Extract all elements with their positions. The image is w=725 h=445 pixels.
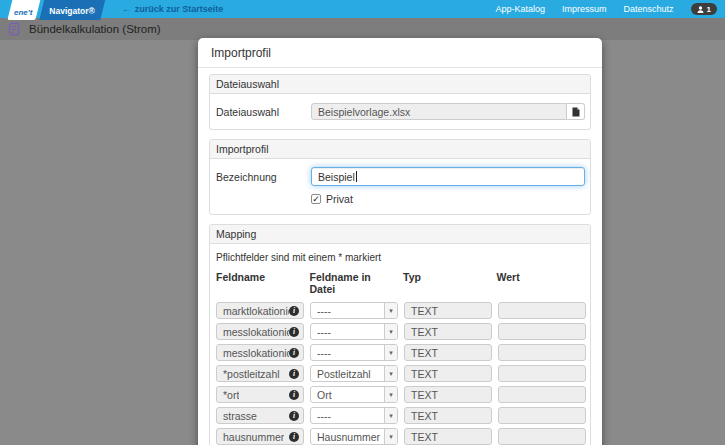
enet-logo: ene't [7,0,41,20]
mapping-value-input [498,323,586,340]
mapping-field-name: *postleitzahl [223,368,280,380]
mapping-type-input: TEXT [404,344,492,361]
mapping-field-name: messlokationid [223,326,289,338]
mapping-field-name-input: messlokationid2 i [216,344,304,361]
mapping-field-name: hausnummer [223,431,284,443]
nav-link-app-katalog[interactable]: App-Katalog [495,4,545,14]
mapping-value-input [498,302,586,319]
mapping-file-field-select[interactable]: ---- ▾ [310,302,398,319]
mapping-field-name-input: *ort i [216,386,304,403]
file-icon [572,107,580,117]
mapping-field-name: marktlokationid [223,305,289,317]
mapping-file-field-value: ---- [311,326,384,338]
chevron-down-icon: ▾ [384,408,397,423]
column-header-feldname-in-datei: Feldname in Datei [310,271,398,295]
file-select-label: Dateiauswahl [215,106,311,118]
column-header-wert: Wert [497,271,585,295]
user-count: 1 [707,5,711,14]
file-select-panel: Dateiauswahl Dateiauswahl Beispielvorlag… [209,74,591,130]
navigator-brand-text: Navigator® [50,7,95,16]
file-browse-button[interactable] [567,103,585,120]
info-icon[interactable]: i [289,348,299,358]
mapping-field-name-input: marktlokationid i [216,302,304,319]
back-link-label: zurück zur Startseite [135,4,224,14]
file-select-panel-body: Dateiauswahl Beispielvorlage.xlsx [210,94,590,129]
info-icon[interactable]: i [289,390,299,400]
info-icon[interactable]: i [289,432,299,442]
mapping-column-headers: Feldname Feldname in Datei Typ Wert [215,271,585,295]
mapping-field-name: strasse [223,410,257,422]
mapping-type-input: TEXT [404,386,492,403]
info-icon[interactable]: i [289,327,299,337]
mapping-file-field-value: ---- [311,305,384,317]
chevron-down-icon: ▾ [384,387,397,402]
navbar-right: App-Katalog Impressum Datenschutz 1 [495,3,717,15]
navigator-brand: Navigator® [40,0,107,20]
mapping-row: marktlokationid i ---- ▾ TEXT [215,302,585,319]
mapping-file-field-select[interactable]: Hausnummer ▾ [310,428,398,445]
chevron-down-icon: ▾ [384,303,397,318]
nav-link-datenschutz[interactable]: Datenschutz [624,4,674,14]
bezeichnung-input[interactable]: Beispiel [311,167,585,186]
privat-checkbox-label: Privat [326,193,353,205]
chevron-down-icon: ▾ [384,366,397,381]
info-icon[interactable]: i [289,369,299,379]
chevron-down-icon: ▾ [384,345,397,360]
column-header-typ: Typ [403,271,491,295]
back-to-start-link[interactable]: ← zurück zur Startseite [122,4,224,14]
mapping-row: messlokationid2 i ---- ▾ TEXT [215,344,585,361]
mapping-row: *ort i Ort ▾ TEXT [215,386,585,403]
file-select-panel-heading: Dateiauswahl [210,75,590,94]
mapping-file-field-select[interactable]: Ort ▾ [310,386,398,403]
user-count-badge[interactable]: 1 [691,3,717,15]
modal-header: Importprofil [198,38,602,68]
mapping-file-field-select[interactable]: Postleitzahl ▾ [310,365,398,382]
mapping-field-name-input: strasse i [216,407,304,424]
column-header-feldname: Feldname [216,271,304,295]
modal-body: Dateiauswahl Dateiauswahl Beispielvorlag… [198,68,602,445]
mapping-value-input [498,365,586,382]
mapping-value-input [498,386,586,403]
page-title: Bündelkalkulation (Strom) [29,23,161,35]
brand-logo[interactable]: ene't Navigator® [8,0,104,20]
file-name-input: Beispielvorlage.xlsx [311,103,567,120]
mapping-panel-body: Pflichtfelder sind mit einem * markiert … [210,244,590,445]
mapping-type-input: TEXT [404,302,492,319]
privat-checkbox-row: ✓ Privat [311,193,585,205]
mapping-value-input [498,428,586,445]
mapping-field-name-input: hausnummer i [216,428,304,445]
enet-logo-text: ene't [14,8,32,17]
mapping-file-field-select[interactable]: ---- ▾ [310,323,398,340]
mapping-row: *postleitzahl i Postleitzahl ▾ TEXT [215,365,585,382]
info-icon[interactable]: i [289,306,299,316]
mapping-panel: Mapping Pflichtfelder sind mit einem * m… [209,224,591,445]
mapping-type-input: TEXT [404,407,492,424]
mapping-value-input [498,407,586,424]
bezeichnung-row: Bezeichnung Beispiel [215,167,585,186]
mapping-rows: marktlokationid i ---- ▾ TEXT messlokati… [215,302,585,445]
mapping-note: Pflichtfelder sind mit einem * markiert [216,252,585,263]
text-cursor [356,171,357,182]
mapping-file-field-value: Postleitzahl [311,368,384,380]
mapping-field-name-input: *postleitzahl i [216,365,304,382]
privat-checkbox[interactable]: ✓ [311,194,321,204]
mapping-row: messlokationid i ---- ▾ TEXT [215,323,585,340]
document-icon [8,22,21,36]
nav-link-impressum[interactable]: Impressum [562,4,607,14]
user-icon [697,6,704,13]
mapping-file-field-value: Ort [311,389,384,401]
importprofil-panel-heading: Importprofil [210,140,590,159]
mapping-type-input: TEXT [404,365,492,382]
file-select-control: Beispielvorlage.xlsx [311,103,585,120]
importprofil-panel-body: Bezeichnung Beispiel ✓ Privat [210,159,590,214]
bezeichnung-control: Beispiel [311,167,585,186]
mapping-field-name-input: messlokationid i [216,323,304,340]
bezeichnung-label: Bezeichnung [215,171,311,183]
info-icon[interactable]: i [289,411,299,421]
mapping-type-input: TEXT [404,428,492,445]
file-select-row: Dateiauswahl Beispielvorlage.xlsx [215,103,585,120]
bezeichnung-value: Beispiel [318,171,355,183]
mapping-file-field-select[interactable]: ---- ▾ [310,344,398,361]
mapping-field-name: messlokationid2 [223,347,289,359]
mapping-file-field-select[interactable]: ---- ▾ [310,407,398,424]
